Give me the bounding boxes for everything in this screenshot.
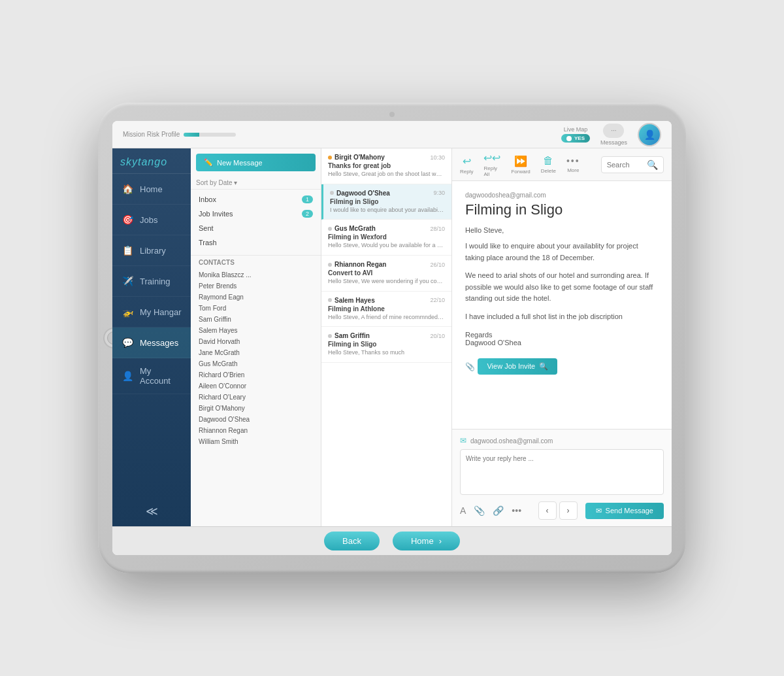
new-message-button[interactable]: ✏️ New Message bbox=[196, 154, 316, 171]
home-button[interactable]: Home › bbox=[393, 532, 460, 550]
contact-item[interactable]: Raymond Eagn bbox=[191, 292, 321, 303]
folder-sent[interactable]: Sent bbox=[191, 221, 321, 235]
message-item-0[interactable]: Birgit O'Mahony 10:30 Thanks for great j… bbox=[321, 148, 451, 184]
app-logo: skytango bbox=[112, 148, 191, 174]
send-message-button[interactable]: ✉ Send Message bbox=[585, 503, 664, 519]
search-bar[interactable]: 🔍 bbox=[601, 156, 664, 173]
folder-job-invites[interactable]: Job Invites 2 bbox=[191, 207, 321, 221]
message-header-0: Birgit O'Mahony 10:30 bbox=[328, 154, 445, 161]
nav-home-label: Home bbox=[140, 184, 163, 194]
mission-risk-section: Mission Risk Profile bbox=[123, 131, 236, 138]
sidebar-item-home[interactable]: 🏠 Home bbox=[112, 174, 191, 205]
attachment-icon: 📎 bbox=[465, 362, 475, 371]
contact-item[interactable]: Dagwood O'Shea bbox=[191, 414, 321, 425]
prev-message-button[interactable]: ‹ bbox=[538, 501, 557, 520]
font-button[interactable]: A bbox=[460, 505, 466, 516]
sidebar-item-messages[interactable]: 💬 Messages bbox=[112, 328, 191, 358]
more-button[interactable]: ••• More bbox=[566, 156, 580, 173]
sidebar-item-account[interactable]: 👤 My Account bbox=[112, 358, 191, 394]
message-header-3: Rhiannon Regan 26/10 bbox=[328, 261, 445, 268]
contact-item[interactable]: Richard O'Leary bbox=[191, 392, 321, 403]
message-time-1: 9:30 bbox=[433, 190, 445, 196]
back-button[interactable]: Back bbox=[324, 532, 380, 550]
folder-list: Inbox 1 Job Invites 2 Sent Trash bbox=[191, 190, 321, 252]
search-icon[interactable]: 🔍 bbox=[647, 160, 658, 170]
account-icon: 👤 bbox=[120, 369, 135, 383]
sidebar-item-library[interactable]: 📋 Library bbox=[112, 235, 191, 266]
message-item-1[interactable]: Dagwood O'Shea 9:30 Filming in Sligo I w… bbox=[321, 184, 451, 220]
message-item-4[interactable]: Salem Hayes 22/10 Filming in Athlone Hel… bbox=[321, 292, 451, 328]
main-content: skytango 🏠 Home 🎯 Jobs 📋 Library ✈️ Trai… bbox=[112, 148, 672, 526]
message-time-4: 22/10 bbox=[430, 297, 445, 303]
contact-item[interactable]: David Horvath bbox=[191, 336, 321, 347]
attachment-button[interactable]: 📎 bbox=[474, 505, 485, 516]
message-subject-0: Thanks for great job bbox=[328, 162, 445, 169]
contact-item[interactable]: Birgit O'Mahony bbox=[191, 403, 321, 414]
message-item-2[interactable]: Gus McGrath 28/10 Filming in Wexford Hel… bbox=[321, 220, 451, 256]
read-dot-3 bbox=[328, 263, 332, 267]
email-detail: ↩ Reply ↩↩ Reply All ⏩ Forward 🗑 Delete bbox=[452, 148, 672, 526]
message-header-1: Dagwood O'Shea 9:30 bbox=[330, 190, 445, 197]
live-map-section[interactable]: Live Map YES bbox=[561, 126, 590, 143]
jobs-icon: 🎯 bbox=[120, 212, 135, 227]
mission-risk-bar bbox=[184, 133, 236, 137]
search-input[interactable] bbox=[607, 161, 643, 169]
contact-item[interactable]: Monika Blaszcz ... bbox=[191, 269, 321, 280]
message-header-4: Salem Hayes 22/10 bbox=[328, 297, 445, 304]
live-map-toggle[interactable]: YES bbox=[561, 134, 590, 143]
forward-button[interactable]: ⏩ Forward bbox=[511, 155, 530, 175]
message-header-5: Sam Griffin 20/10 bbox=[328, 332, 445, 339]
read-dot-1 bbox=[330, 191, 334, 195]
sidebar-item-training[interactable]: ✈️ Training bbox=[112, 266, 191, 297]
contact-item[interactable]: William Smith bbox=[191, 436, 321, 447]
contact-item[interactable]: Sam Griffin bbox=[191, 314, 321, 325]
contact-item[interactable]: Richard O'Brien bbox=[191, 369, 321, 380]
messages-header-btn[interactable]: ··· Messages bbox=[600, 124, 627, 146]
reply-all-button[interactable]: ↩↩ Reply All bbox=[483, 152, 500, 177]
mission-risk-label: Mission Risk Profile bbox=[123, 131, 180, 138]
contact-item[interactable]: Aileen O'Connor bbox=[191, 380, 321, 392]
email-body-text-2: We need to arial shots of our hotel and … bbox=[465, 270, 659, 305]
contact-item[interactable]: Peter Brends bbox=[191, 280, 321, 292]
message-subject-5: Filming in Sligo bbox=[328, 341, 445, 348]
reply-button[interactable]: ↩ Reply bbox=[460, 155, 473, 175]
folder-inbox[interactable]: Inbox 1 bbox=[191, 192, 321, 207]
reply-nav: ‹ › bbox=[538, 501, 578, 520]
message-sender-0: Birgit O'Mahony bbox=[328, 154, 385, 161]
contact-item[interactable]: Gus McGrath bbox=[191, 358, 321, 369]
nav-messages-label: Messages bbox=[140, 338, 178, 348]
sidebar-item-jobs[interactable]: 🎯 Jobs bbox=[112, 205, 191, 235]
delete-button[interactable]: 🗑 Delete bbox=[541, 155, 556, 174]
user-avatar[interactable]: 👤 bbox=[638, 123, 661, 146]
contact-item[interactable]: Tom Ford bbox=[191, 303, 321, 314]
email-regards: Regards Dagwood O'Shea bbox=[465, 331, 659, 346]
contact-item[interactable]: Rhiannon Regan bbox=[191, 425, 321, 436]
message-subject-4: Filming in Athlone bbox=[328, 305, 445, 313]
folder-trash[interactable]: Trash bbox=[191, 235, 321, 250]
more-options-button[interactable]: ••• bbox=[512, 505, 521, 516]
message-subject-3: Convert to AVI bbox=[328, 269, 445, 277]
message-item-5[interactable]: Sam Griffin 20/10 Filming in Sligo Hello… bbox=[321, 327, 451, 363]
settings-icon[interactable]: ≪ bbox=[146, 504, 158, 518]
message-header-2: Gus McGrath 28/10 bbox=[328, 225, 445, 232]
link-button[interactable]: 🔗 bbox=[493, 505, 504, 516]
email-toolbar: ↩ Reply ↩↩ Reply All ⏩ Forward 🗑 Delete bbox=[452, 148, 672, 181]
reply-textarea[interactable] bbox=[460, 449, 664, 495]
contact-item[interactable]: Jane McGrath bbox=[191, 347, 321, 358]
sidebar: skytango 🏠 Home 🎯 Jobs 📋 Library ✈️ Trai… bbox=[112, 148, 191, 526]
message-time-0: 10:30 bbox=[430, 154, 445, 161]
view-job-invite-button[interactable]: View Job Invite 🔍 bbox=[478, 358, 557, 375]
message-item-3[interactable]: Rhiannon Regan 26/10 Convert to AVI Hell… bbox=[321, 256, 451, 292]
next-message-button[interactable]: › bbox=[559, 501, 578, 520]
contact-item[interactable]: Salem Hayes bbox=[191, 325, 321, 336]
reply-icon: ↩ bbox=[463, 155, 471, 167]
sidebar-item-hangar[interactable]: 🚁 My Hangar bbox=[112, 297, 191, 328]
top-bar: Mission Risk Profile Live Map YES ··· Me… bbox=[112, 121, 672, 148]
sort-bar[interactable]: Sort by Date ▾ bbox=[191, 177, 321, 190]
reply-all-icon: ↩↩ bbox=[483, 152, 500, 164]
top-bar-center: Live Map YES ··· Messages 👤 bbox=[561, 123, 661, 146]
message-subject-2: Filming in Wexford bbox=[328, 233, 445, 241]
message-subject-1: Filming in Sligo bbox=[330, 198, 445, 205]
message-time-3: 26/10 bbox=[430, 262, 445, 268]
live-map-label: Live Map bbox=[564, 126, 588, 133]
